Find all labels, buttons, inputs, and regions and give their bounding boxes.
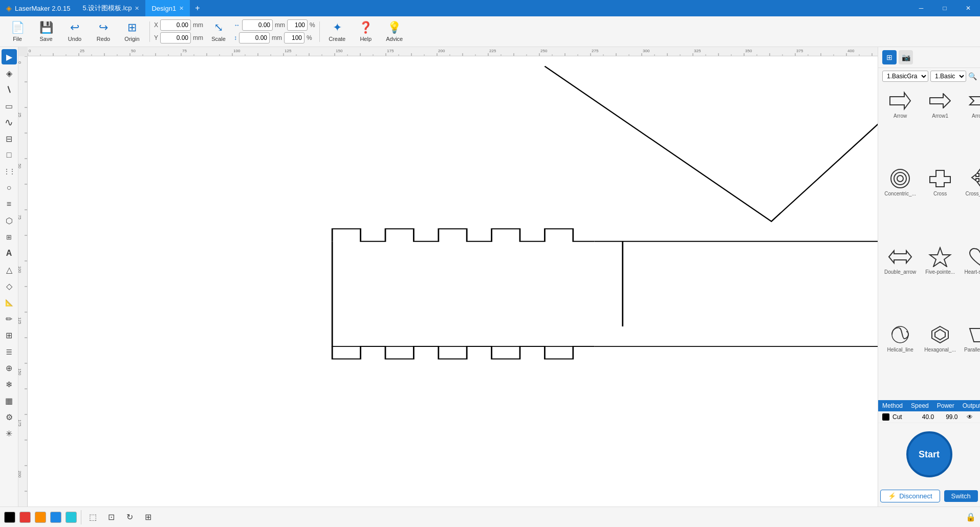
shape-item-cross[interactable]: Cross <box>922 166 958 240</box>
shape-item-concentric[interactable]: Concentric_... <box>882 166 918 240</box>
node-edit-tool[interactable]: ◈ <box>2 65 17 81</box>
color-blue[interactable] <box>50 512 61 523</box>
maximize-button[interactable]: □ <box>933 0 956 16</box>
method-header: Method <box>878 400 907 411</box>
list-tool[interactable]: ≡ <box>2 196 17 212</box>
group-select-tool[interactable]: ⊡ <box>104 510 118 524</box>
ruler-vertical: 0255075100125150175200 <box>18 56 28 507</box>
start-button[interactable]: Start <box>906 431 952 477</box>
svg-marker-118 <box>930 94 950 108</box>
layer-color-swatch <box>882 413 889 421</box>
rect-tool[interactable]: □ <box>2 147 17 163</box>
toolbar: 📄 File 💾 Save ↩ Undo ↪ Redo ⊞ Origin X m… <box>0 16 980 47</box>
snowflake-tool[interactable]: ✳ <box>2 426 17 441</box>
measure-tool[interactable]: 📐 <box>2 295 17 310</box>
width-input[interactable] <box>242 19 273 31</box>
w-unit: mm <box>275 21 285 29</box>
create-button[interactable]: ✦ Create <box>324 18 351 45</box>
undo-button[interactable]: ↩ Undo <box>61 18 88 45</box>
create-icon: ✦ <box>333 21 342 34</box>
bottom-bar: ⬚ ⊡ ↻ ⊞ 🔒 <box>0 507 980 527</box>
add-tab-button[interactable]: + <box>190 4 205 13</box>
scale-button[interactable]: ⤡ Scale <box>205 18 232 45</box>
disconnect-button[interactable]: ⚡ Disconnect <box>880 490 940 502</box>
svg-marker-126 <box>932 326 948 343</box>
save-label: Save <box>39 36 52 42</box>
truss-tool[interactable]: ⚙ <box>2 409 17 425</box>
refresh-tool[interactable]: ↻ <box>122 510 137 524</box>
height-pct-input[interactable] <box>284 32 304 43</box>
layer-output-toggle[interactable]: 👁 <box>964 413 976 421</box>
ellipse-tool[interactable]: ○ <box>2 180 17 195</box>
left-toolbox: ▶ ◈ / ▭ ∿ ⊟ □ ⋮⋮ ○ ≡ ⬡ ⊞ A △ ◇ 📐 ✏ ⊞ ≣ ⊕… <box>0 47 18 507</box>
triangle-tool[interactable]: △ <box>2 262 17 277</box>
rect-list-tool[interactable]: ⊟ <box>2 131 17 146</box>
rect-select-tool[interactable]: ⬚ <box>85 510 100 524</box>
text-tool[interactable]: A <box>2 246 17 261</box>
color-orange[interactable] <box>35 512 46 523</box>
tab-design1[interactable]: Design1 ✕ <box>145 0 190 16</box>
svg-marker-119 <box>970 93 980 109</box>
shape-item-parallelogram[interactable]: Parallelogram <box>962 322 980 396</box>
layers-table-header: Method Speed Power Output <box>878 400 980 411</box>
stack-tool[interactable]: ⊕ <box>2 360 17 376</box>
grid-view-tool[interactable]: ⊞ <box>141 510 155 524</box>
color-red[interactable] <box>19 512 31 523</box>
layer-row[interactable]: Cut 40.0 99.0 👁 <box>878 411 980 423</box>
origin-button[interactable]: ⊞ Origin <box>119 18 145 45</box>
shape-library-dropdown[interactable]: 1.BasicGra <box>882 71 928 82</box>
height-input[interactable] <box>239 32 270 43</box>
tab-lasermaker[interactable]: ◈ LaserMaker 2.0.15 <box>0 0 76 16</box>
switch-button[interactable]: Switch <box>944 490 978 502</box>
grid-tool[interactable]: ⊞ <box>2 229 17 245</box>
shape-item-heart[interactable]: Heart-shaped <box>962 245 980 318</box>
table-tool[interactable]: ▦ <box>2 393 17 408</box>
help-button[interactable]: ❓ Help <box>353 18 379 45</box>
w-pct-symbol: % <box>310 21 315 29</box>
fill-tool[interactable]: ⊞ <box>2 327 17 343</box>
color-black[interactable] <box>4 512 15 523</box>
layer-speed: 40.0 <box>916 413 940 421</box>
rect-outline-tool[interactable]: ▭ <box>2 98 17 114</box>
select-tool[interactable]: ▶ <box>2 49 17 64</box>
canvas-content[interactable] <box>28 56 878 507</box>
close-tab-template-icon[interactable]: ✕ <box>135 5 139 12</box>
y-input[interactable] <box>160 32 191 43</box>
tab-design-template[interactable]: 5.设计图模板.lcp ✕ <box>76 0 145 16</box>
shapes-grid: Arrow Arrow1 Arrow2 Concentric_... Cross… <box>878 84 980 400</box>
line-tool[interactable]: / <box>0 79 18 100</box>
shape-item-cross_arrow[interactable]: Cross_arrow <box>962 166 980 240</box>
shape-item-double_arrow[interactable]: Double_arrow <box>882 245 918 318</box>
advice-button[interactable]: 💡 Advice <box>381 18 408 45</box>
color-cyan[interactable] <box>66 512 77 523</box>
panel-camera-button[interactable]: 📷 <box>899 50 913 64</box>
shape-category-dropdown[interactable]: 1.Basic <box>930 71 966 82</box>
minimize-button[interactable]: ─ <box>909 0 933 16</box>
shape-item-hexagonal[interactable]: Hexagonal_... <box>922 322 958 396</box>
width-pct-input[interactable] <box>287 19 308 31</box>
diamond-tool[interactable]: ◇ <box>2 278 17 294</box>
shape-search-button[interactable]: 🔍 <box>968 70 977 82</box>
redo-button[interactable]: ↪ Redo <box>90 18 117 45</box>
layers-tool[interactable]: ≣ <box>2 344 17 359</box>
scatter-tool[interactable]: ❄ <box>2 377 17 392</box>
close-button[interactable]: ✕ <box>956 0 980 16</box>
svg-text:0: 0 <box>29 49 31 53</box>
dots-tool[interactable]: ⋮⋮ <box>2 164 17 179</box>
panel-shapes-view-button[interactable]: ⊞ <box>882 50 897 64</box>
x-input[interactable] <box>160 19 191 31</box>
svg-text:50: 50 <box>131 49 136 53</box>
shape-label-helical_line: Helical_line <box>887 347 913 353</box>
eraser-tool[interactable]: ✏ <box>2 311 17 326</box>
curve-tool[interactable]: ∿ <box>2 115 17 130</box>
shape-item-arrow[interactable]: Arrow <box>882 89 918 162</box>
shape-item-arrow1[interactable]: Arrow1 <box>922 89 958 162</box>
file-button[interactable]: 📄 File <box>4 18 31 45</box>
save-button[interactable]: 💾 Save <box>33 18 59 45</box>
hexagon-tool[interactable]: ⬡ <box>2 213 17 228</box>
shape-item-helical_line[interactable]: Helical_line <box>882 322 918 396</box>
shape-item-five_pointed[interactable]: Five-pointe... <box>922 245 958 318</box>
design-canvas[interactable] <box>28 56 878 507</box>
shape-item-arrow2[interactable]: Arrow2 <box>962 89 980 162</box>
close-tab-design1-icon[interactable]: ✕ <box>179 5 184 12</box>
